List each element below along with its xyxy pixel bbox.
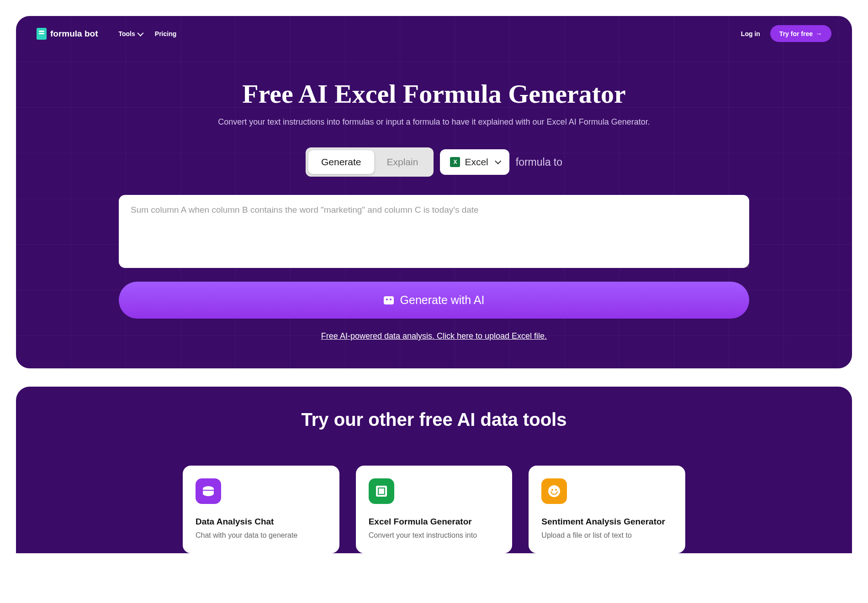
tool-card-formula-generator[interactable]: Excel Formula Generator Convert your tex… bbox=[356, 466, 513, 553]
tool-card-desc: Convert your text instructions into bbox=[369, 530, 500, 540]
brand-name: formula bot bbox=[50, 29, 98, 39]
login-link[interactable]: Log in bbox=[741, 30, 760, 37]
nav-pricing[interactable]: Pricing bbox=[155, 30, 176, 37]
tool-card-title: Excel Formula Generator bbox=[369, 517, 500, 527]
nav-pricing-label: Pricing bbox=[155, 30, 176, 37]
excel-icon bbox=[450, 157, 460, 167]
spreadsheet-icon bbox=[369, 478, 394, 504]
generate-button-label: Generate with AI bbox=[400, 294, 485, 307]
tab-explain[interactable]: Explain bbox=[374, 150, 431, 174]
chevron-down-icon bbox=[495, 158, 501, 164]
upload-file-link[interactable]: Free AI-powered data analysis. Click her… bbox=[119, 331, 749, 341]
tool-cards: Data Analysis Chat Chat with your data t… bbox=[183, 466, 685, 553]
hero-content: Free AI Excel Formula Generator Convert … bbox=[16, 51, 852, 341]
nav-tools-label: Tools bbox=[119, 30, 135, 37]
arrow-right-icon bbox=[815, 30, 822, 37]
tool-card-data-analysis[interactable]: Data Analysis Chat Chat with your data t… bbox=[183, 466, 339, 553]
formula-to-label: formula to bbox=[516, 156, 562, 168]
dropdown-value: Excel bbox=[465, 157, 488, 168]
smile-icon bbox=[541, 478, 567, 504]
brand-logo[interactable]: formula bot bbox=[37, 28, 98, 40]
tab-generate[interactable]: Generate bbox=[308, 150, 374, 174]
logo-icon bbox=[37, 28, 47, 40]
tools-section-title: Try our other free AI data tools bbox=[34, 409, 834, 430]
mode-toggle: Generate Explain bbox=[306, 147, 434, 177]
tool-card-title: Sentiment Analysis Generator bbox=[541, 517, 672, 527]
nav-links: Tools Pricing bbox=[119, 30, 177, 37]
control-row: Generate Explain Excel formula to bbox=[34, 147, 834, 177]
tool-card-sentiment[interactable]: Sentiment Analysis Generator Upload a fi… bbox=[529, 466, 685, 553]
prompt-input[interactable] bbox=[119, 195, 749, 268]
robot-icon bbox=[384, 296, 394, 304]
nav-right: Log in Try for free bbox=[741, 25, 831, 42]
generate-button[interactable]: Generate with AI bbox=[119, 282, 749, 319]
page-title: Free AI Excel Formula Generator bbox=[34, 79, 834, 109]
nav-tools[interactable]: Tools bbox=[119, 30, 142, 37]
chevron-down-icon bbox=[137, 30, 143, 36]
input-area: Generate with AI Free AI-powered data an… bbox=[119, 195, 749, 341]
tool-card-desc: Upload a file or list of text to bbox=[541, 530, 672, 540]
try-free-label: Try for free bbox=[779, 30, 813, 37]
tool-card-desc: Chat with your data to generate bbox=[196, 530, 327, 540]
page-subtitle: Convert your text instructions into form… bbox=[34, 117, 834, 127]
hero-section: formula bot Tools Pricing Log in Try for… bbox=[16, 16, 852, 368]
tools-section: Try our other free AI data tools Data An… bbox=[16, 387, 852, 553]
database-icon bbox=[196, 478, 221, 504]
top-nav: formula bot Tools Pricing Log in Try for… bbox=[16, 16, 852, 51]
platform-dropdown[interactable]: Excel bbox=[440, 149, 509, 175]
tool-card-title: Data Analysis Chat bbox=[196, 517, 327, 527]
try-free-button[interactable]: Try for free bbox=[770, 25, 831, 42]
